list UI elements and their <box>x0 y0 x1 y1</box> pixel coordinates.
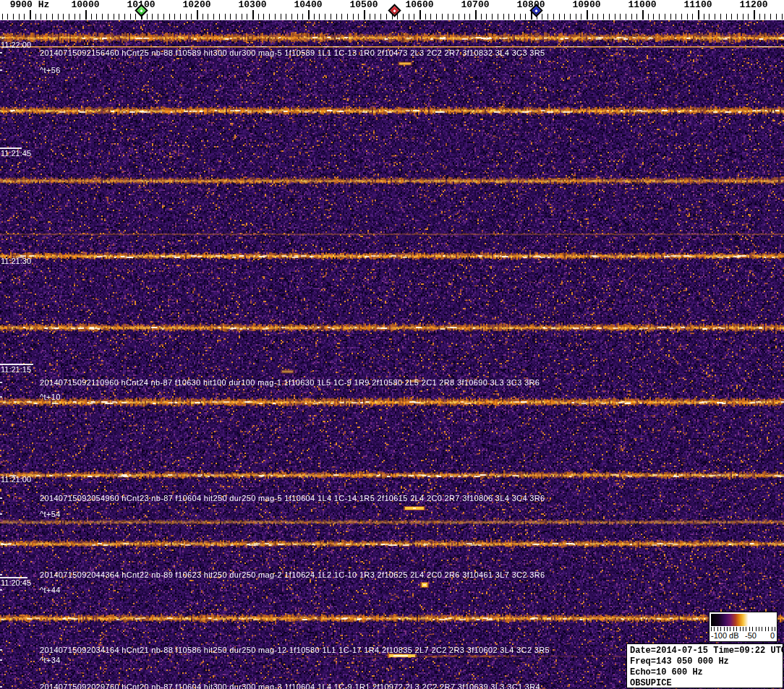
ruler-minor-tick <box>7 14 8 20</box>
time-label: 11:21:15 <box>1 365 31 374</box>
colorbar-label-mid: -50 <box>745 631 757 640</box>
ruler-major-tick <box>698 10 699 20</box>
spectrogram-waterfall <box>0 20 784 689</box>
ruler-minor-tick <box>620 14 621 20</box>
ruler-minor-tick <box>370 14 370 20</box>
station-info-box: Date=2014-07-15 Time=09:22 UTC Freq=143 … <box>626 643 783 688</box>
ruler-minor-tick <box>542 14 542 20</box>
ruler-minor-tick <box>715 14 715 20</box>
ruler-major-tick <box>419 10 421 20</box>
ruler-major-tick <box>252 10 254 20</box>
ruler-minor-tick <box>514 14 515 20</box>
ruler-minor-tick <box>687 14 688 20</box>
ruler-minor-tick <box>603 14 604 20</box>
ruler-minor-tick <box>108 14 108 20</box>
red-marker-diamond-icon[interactable] <box>388 4 401 17</box>
ruler-minor-tick <box>347 14 348 20</box>
ruler-minor-tick <box>430 14 431 20</box>
ruler-major-tick <box>85 10 87 20</box>
ruler-minor-tick <box>219 14 220 20</box>
ruler-minor-tick <box>147 14 148 20</box>
time-tick-line <box>0 147 22 149</box>
ruler-minor-tick <box>46 14 47 20</box>
ruler-minor-tick <box>291 14 292 20</box>
ruler-minor-tick <box>709 14 710 20</box>
ruler-minor-tick <box>91 14 92 20</box>
ruler-minor-tick <box>242 14 242 20</box>
time-tick-line <box>0 364 33 365</box>
detection-text-row: 20140715092156460 hCnt25 nb-88 f10589 hi… <box>40 48 545 57</box>
ruler-minor-tick <box>247 14 247 20</box>
info-date-time: Date=2014-07-15 Time=09:22 UTC <box>630 646 783 656</box>
ruler-minor-tick <box>380 14 381 20</box>
frequency-ruler: 9900 Hz100001010010200103001040010500106… <box>0 0 784 20</box>
ruler-minor-tick <box>403 14 404 20</box>
ruler-minor-tick <box>570 14 571 20</box>
detection-text-row: 20140715092034164 hCnt21 nb-88 f10586 hi… <box>40 646 550 654</box>
colorbar-label-min: -100 dB <box>711 631 739 640</box>
ruler-minor-tick <box>375 14 375 20</box>
ruler-major-tick <box>587 10 588 20</box>
meteor-echo-spectrogram-window: 9900 Hz100001010010200103001040010500106… <box>0 0 784 689</box>
ruler-minor-tick <box>325 14 325 20</box>
ruler-minor-tick <box>525 14 526 20</box>
ruler-minor-tick <box>464 14 465 20</box>
ruler-minor-tick <box>564 14 565 20</box>
colorbar-legend: -100 dB -50 0 <box>709 612 777 642</box>
ruler-frequency-label: 10300 <box>238 0 266 10</box>
detection-offset-label: ^t+44 <box>40 586 61 594</box>
ruler-minor-tick <box>492 14 493 20</box>
detection-text-row: 20140715092110960 hCnt24 nb-87 f10630 hi… <box>40 378 540 387</box>
ruler-minor-tick <box>230 14 231 20</box>
ruler-minor-tick <box>275 14 276 20</box>
ruler-minor-tick <box>341 14 342 20</box>
ruler-minor-tick <box>258 14 259 20</box>
ruler-minor-tick <box>648 14 649 20</box>
ruler-minor-tick <box>74 14 75 20</box>
ruler-major-tick <box>308 10 310 20</box>
ruler-minor-tick <box>626 14 626 20</box>
info-echo-frequency: Echo=10 600 Hz <box>630 667 783 678</box>
row-left-dot <box>0 649 2 651</box>
ruler-minor-tick <box>459 14 459 20</box>
ruler-minor-tick <box>748 14 749 20</box>
ruler-minor-tick <box>13 14 14 20</box>
ruler-frequency-label: 10600 <box>405 0 433 10</box>
colorbar-gradient <box>711 614 775 626</box>
ruler-minor-tick <box>469 14 470 20</box>
ruler-minor-tick <box>180 14 181 20</box>
ruler-minor-tick <box>670 14 671 20</box>
ruler-minor-tick <box>174 14 175 20</box>
ruler-minor-tick <box>731 14 732 20</box>
ruler-minor-tick <box>225 14 226 20</box>
ruler-minor-tick <box>19 14 20 20</box>
ruler-minor-tick <box>692 14 693 20</box>
ruler-minor-tick <box>547 14 548 20</box>
ruler-minor-tick <box>158 14 158 20</box>
info-frequency: Freq=143 050 000 Hz <box>630 656 783 667</box>
ruler-minor-tick <box>213 14 214 20</box>
detection-text-row: 20140715092054960 hCnt23 nb-87 f10604 hi… <box>40 494 545 502</box>
ruler-minor-tick <box>353 14 354 20</box>
detection-text-row: 20140715092044364 hCnt22 nb-89 f10623 hi… <box>40 570 545 579</box>
ruler-minor-tick <box>764 14 765 20</box>
time-tick-line <box>0 577 27 578</box>
ruler-minor-tick <box>302 14 303 20</box>
ruler-major-tick <box>754 10 755 20</box>
ruler-minor-tick <box>114 14 114 20</box>
ruler-minor-tick <box>52 14 53 20</box>
ruler-minor-tick <box>63 14 64 20</box>
ruler-minor-tick <box>520 14 521 20</box>
ruler-minor-tick <box>498 14 498 20</box>
ruler-minor-tick <box>409 14 409 20</box>
ruler-minor-tick <box>559 14 560 20</box>
ruler-minor-tick <box>135 14 136 20</box>
ruler-minor-tick <box>508 14 509 20</box>
ruler-minor-tick <box>631 14 632 20</box>
row-left-dot <box>0 686 2 688</box>
row-left-dot <box>0 513 2 515</box>
ruler-minor-tick <box>414 14 414 20</box>
ruler-minor-tick <box>2 14 3 20</box>
ruler-minor-tick <box>124 14 125 20</box>
ruler-minor-tick <box>681 14 682 20</box>
